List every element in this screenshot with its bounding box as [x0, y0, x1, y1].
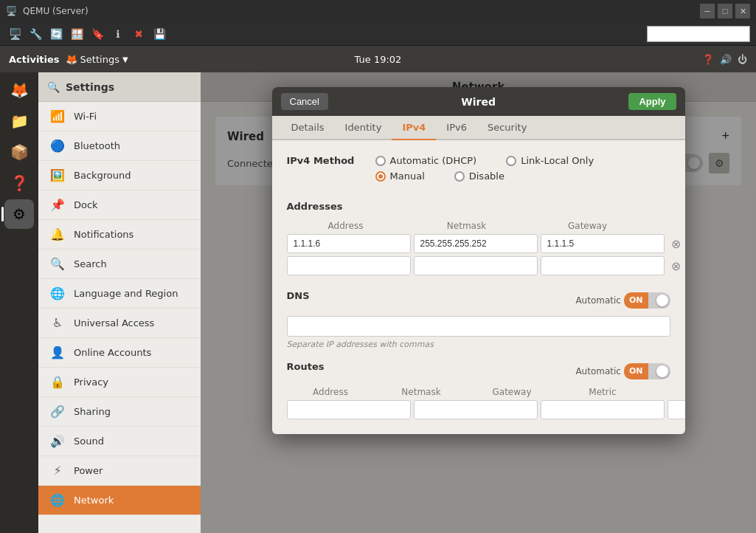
radio-dhcp[interactable]: Automatic (DHCP) — [375, 155, 477, 166]
tab-ipv6[interactable]: IPv6 — [436, 116, 477, 140]
sidebar-item-universal-access[interactable]: ♿ Universal Access — [38, 309, 201, 338]
sidebar-label-sound: Sound — [74, 436, 104, 447]
activities-button[interactable]: Activities — [9, 54, 60, 65]
maximize-button[interactable]: □ — [718, 4, 732, 18]
remove-address-1-button[interactable]: ⊗ — [667, 257, 685, 275]
sidebar-item-privacy[interactable]: 🔒 Privacy — [38, 368, 201, 397]
dock-item-settings[interactable]: ⚙️ — [4, 199, 34, 229]
tab-identity[interactable]: Identity — [335, 116, 392, 140]
routes-column-headers: Address Netmask Gateway Metric — [287, 387, 670, 397]
netmask-input-0[interactable] — [414, 234, 538, 253]
taskbar-icon-info[interactable]: ℹ️ — [109, 25, 127, 43]
minimize-button[interactable]: ─ — [700, 4, 715, 18]
tray-help-icon[interactable]: ❓ — [702, 54, 714, 65]
radio-disable[interactable]: Disable — [454, 171, 504, 182]
radio-dhcp-circle — [375, 156, 386, 166]
taskbar-icon-stop[interactable]: ✖ — [130, 25, 148, 43]
gateway-input-1[interactable] — [541, 256, 665, 275]
dns-toggle[interactable]: ON — [624, 292, 670, 309]
sidebar-item-wifi[interactable]: 📶 Wi-Fi — [38, 102, 201, 131]
dns-input[interactable] — [287, 316, 670, 337]
sidebar-item-search[interactable]: 🔍 Search — [38, 250, 201, 279]
gnome-topbar: Activities 🦊 Settings ▼ Tue 19:02 ❓ 🔊 ⏻ — [0, 46, 756, 72]
sidebar-label-privacy: Privacy — [74, 376, 108, 388]
modal-apply-button[interactable]: Apply — [628, 93, 676, 110]
routes-toggle[interactable]: ON — [624, 363, 670, 379]
app-menu-label: Settings — [80, 54, 119, 65]
sidebar-item-sound[interactable]: 🔊 Sound — [38, 427, 201, 456]
tray-volume-icon[interactable]: 🔊 — [720, 54, 732, 65]
modal-cancel-button[interactable]: Cancel — [281, 93, 328, 110]
system-tray: ❓ 🔊 ⏻ — [702, 54, 747, 65]
routes-row-0: ⊗ — [287, 400, 670, 419]
dock-item-firefox[interactable]: 🦊 — [4, 75, 34, 105]
routes-gateway-input-0[interactable] — [541, 400, 665, 419]
routes-title: Routes — [287, 361, 325, 372]
notifications-icon: 🔔 — [50, 227, 65, 241]
sidebar-label-language: Language and Region — [74, 288, 178, 299]
routes-netmask-input-0[interactable] — [414, 400, 538, 419]
sidebar-item-power[interactable]: ⚡ Power — [38, 456, 201, 486]
address-input-0[interactable] — [287, 234, 411, 253]
app-menu[interactable]: 🦊 Settings ▼ — [66, 54, 128, 65]
tab-details[interactable]: Details — [281, 116, 335, 140]
addresses-title: Addresses — [287, 201, 670, 212]
taskbar: 🖥️ 🔧 🔄 🪟 🔖 ℹ️ ✖ 💾 — [0, 22, 756, 46]
sidebar-item-online-accounts[interactable]: 👤 Online Accounts — [38, 338, 201, 368]
settings-header: 🔍 Settings — [38, 72, 201, 102]
gateway-input-0[interactable] — [541, 234, 665, 253]
netmask-input-1[interactable] — [414, 256, 538, 275]
taskbar-icon-save[interactable]: 💾 — [150, 25, 168, 43]
dns-title: DNS — [287, 290, 310, 301]
taskbar-icon-bookmark[interactable]: 🔖 — [89, 25, 106, 43]
titlebar-title: QEMU (Server) — [23, 6, 89, 16]
col-header-gateway: Gateway — [529, 221, 647, 231]
sidebar-item-sharing[interactable]: 🔗 Sharing — [38, 397, 201, 427]
titlebar-controls: ─ □ ✕ — [700, 4, 750, 18]
dock-item-software[interactable]: 📦 — [4, 137, 34, 167]
taskbar-icon-tools[interactable]: 🔧 — [27, 25, 44, 43]
radio-manual-circle — [375, 171, 386, 182]
dock-item-files[interactable]: 📁 — [4, 106, 34, 136]
dock-item-help[interactable]: ❓ — [4, 168, 34, 198]
tab-security[interactable]: Security — [477, 116, 537, 140]
radio-dhcp-label: Automatic (DHCP) — [390, 155, 477, 166]
sidebar-label-wifi: Wi-Fi — [74, 111, 97, 122]
addresses-column-headers: Address Netmask Gateway — [287, 221, 670, 231]
sidebar-item-language[interactable]: 🌐 Language and Region — [38, 279, 201, 309]
remove-address-0-button[interactable]: ⊗ — [667, 235, 685, 252]
sidebar-label-online-accounts: Online Accounts — [74, 347, 151, 358]
routes-auto-label: Automatic — [575, 366, 621, 376]
taskbar-icon-refresh[interactable]: 🔄 — [47, 25, 65, 43]
routes-section: Routes Automatic ON Add — [287, 361, 670, 419]
sidebar-item-dock[interactable]: 📌 Dock — [38, 190, 201, 220]
tab-ipv4[interactable]: IPv4 — [392, 116, 436, 140]
dock: 🦊 📁 📦 ❓ ⚙️ — [0, 72, 38, 533]
address-input-1[interactable] — [287, 256, 411, 275]
sidebar-item-background[interactable]: 🖼️ Background — [38, 161, 201, 190]
radio-manual-label: Manual — [390, 171, 425, 182]
taskbar-icon-windows[interactable]: 🪟 — [68, 25, 86, 43]
settings-header-title: Settings — [66, 81, 114, 93]
sidebar-item-notifications[interactable]: 🔔 Notifications — [38, 220, 201, 250]
sidebar-item-bluetooth[interactable]: 🔵 Bluetooth — [38, 131, 201, 161]
dns-toggle-on: ON — [624, 292, 648, 309]
close-button[interactable]: ✕ — [735, 4, 750, 18]
radio-link-local[interactable]: Link-Local Only — [506, 155, 594, 166]
taskbar-icon-monitor[interactable]: 🖥️ — [6, 25, 24, 43]
app-menu-chevron: ▼ — [122, 55, 128, 63]
sidebar-label-search: Search — [74, 258, 107, 269]
main-layout: 🦊 📁 📦 ❓ ⚙️ 🔍 Settings 📶 Wi-Fi 🔵 Bluetoot… — [0, 72, 756, 533]
modal-overlay: Cancel Wired Apply Details Identity IPv4… — [201, 72, 756, 533]
online-accounts-icon: 👤 — [50, 345, 65, 360]
routes-address-input-0[interactable] — [287, 400, 411, 419]
search-icon: 🔍 — [47, 81, 60, 93]
radio-manual[interactable]: Manual — [375, 171, 425, 182]
search-nav-icon: 🔍 — [50, 257, 65, 271]
taskbar-search-input[interactable] — [647, 26, 750, 42]
routes-toggle-slider — [648, 363, 670, 379]
sidebar-label-bluetooth: Bluetooth — [74, 140, 120, 151]
sidebar-item-network[interactable]: 🌐 Network — [38, 486, 201, 515]
tray-power-icon[interactable]: ⏻ — [738, 54, 747, 65]
routes-metric-input-0[interactable] — [667, 400, 685, 419]
